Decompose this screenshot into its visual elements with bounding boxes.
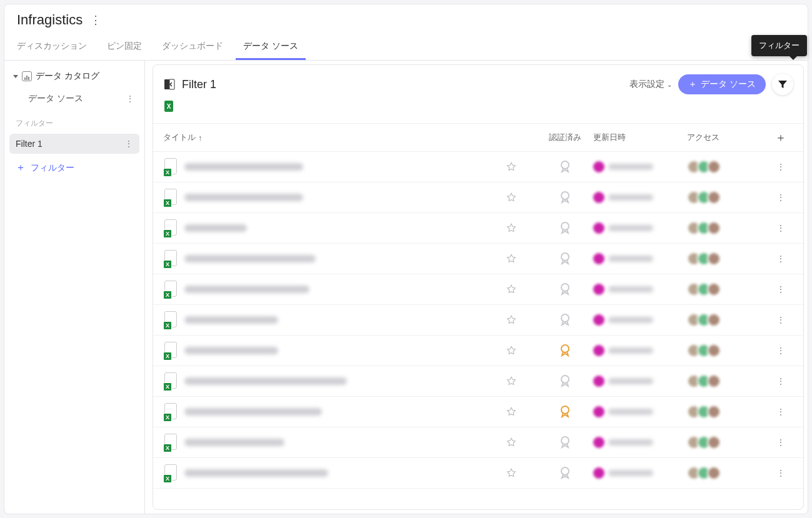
row-more-icon[interactable]: ⋮	[768, 284, 793, 294]
favorite-star-icon[interactable]	[506, 467, 537, 479]
svg-point-9	[561, 314, 569, 322]
sidebar-add-filter-label: フィルター	[31, 162, 74, 174]
favorite-star-icon[interactable]	[506, 314, 537, 326]
excel-file-icon: X	[163, 434, 178, 451]
row-updated-blurred	[593, 253, 687, 264]
table-row[interactable]: X⋮	[153, 182, 803, 213]
svg-point-7	[561, 253, 569, 261]
certified-badge-icon	[537, 466, 593, 480]
body: データ カタログ データ ソース ⋮ フィルター Filter 1⋮ ＋ フィル…	[4, 61, 808, 514]
row-more-icon[interactable]: ⋮	[768, 192, 793, 202]
table-row[interactable]: X⋮	[153, 213, 803, 244]
excel-file-icon: X	[163, 219, 178, 237]
main-header: Filter 1 表示設定 ⌄ ＋ データ ソース	[153, 65, 803, 100]
row-title-blurred	[184, 408, 322, 416]
app-shell: Infragistics ⋮ ディスカッションピン固定ダッシュボードデータ ソー…	[4, 4, 808, 514]
col-header-certified[interactable]: 認証済み	[537, 132, 593, 143]
brand-more-icon[interactable]: ⋮	[90, 13, 101, 27]
row-more-icon[interactable]: ⋮	[768, 223, 793, 233]
row-updated-blurred	[593, 437, 687, 448]
certified-badge-icon	[537, 344, 593, 357]
certified-badge-icon	[537, 191, 593, 204]
plus-icon: ＋	[688, 79, 697, 90]
row-access-avatars	[687, 466, 768, 480]
table-body: X⋮X⋮X⋮X⋮X⋮X⋮X⋮X⋮X⋮X⋮X⋮	[153, 152, 803, 509]
row-more-icon[interactable]: ⋮	[768, 162, 793, 172]
excel-file-icon: X	[163, 189, 178, 206]
row-title-blurred	[184, 316, 278, 324]
row-more-icon[interactable]: ⋮	[768, 437, 793, 447]
row-title-blurred	[184, 163, 303, 171]
row-more-icon[interactable]: ⋮	[768, 315, 793, 325]
table-header: タイトル ↑ 認証済み 更新日時 アクセス ＋	[153, 124, 803, 152]
favorite-star-icon[interactable]	[506, 253, 537, 264]
caret-down-icon	[13, 75, 18, 78]
svg-point-11	[561, 376, 569, 383]
row-access-avatars	[687, 405, 768, 419]
favorite-star-icon[interactable]	[506, 376, 537, 387]
table-row[interactable]: X⋮	[153, 152, 803, 182]
sidebar-catalog-header[interactable]: データ カタログ	[9, 67, 139, 86]
catalog-icon	[22, 71, 32, 81]
row-title-blurred	[184, 194, 303, 201]
favorite-star-icon[interactable]	[506, 345, 537, 356]
display-settings-label: 表示設定	[629, 79, 664, 90]
certified-badge-icon	[537, 436, 593, 449]
display-settings-dropdown[interactable]: 表示設定 ⌄	[629, 79, 672, 90]
favorite-star-icon[interactable]	[506, 406, 537, 417]
sidebar-filter-item-label: Filter 1	[16, 139, 43, 149]
table-row[interactable]: X⋮	[153, 336, 803, 366]
svg-point-5	[561, 192, 569, 199]
excel-file-icon: X	[163, 250, 178, 267]
sort-asc-icon: ↑	[198, 133, 203, 142]
sidebar-add-filter[interactable]: ＋ フィルター	[9, 156, 139, 179]
table-row[interactable]: X⋮	[153, 244, 803, 274]
add-column-button[interactable]: ＋	[768, 130, 793, 145]
certified-badge-icon	[537, 221, 593, 235]
col-header-title[interactable]: タイトル ↑	[163, 132, 506, 143]
favorite-star-icon[interactable]	[506, 437, 537, 448]
favorite-star-icon[interactable]	[506, 192, 537, 203]
more-icon[interactable]: ⋮	[124, 139, 133, 149]
row-updated-blurred	[593, 345, 687, 356]
table-row[interactable]: X⋮	[153, 274, 803, 305]
tab-1[interactable]: ピン固定	[99, 34, 149, 60]
table-row[interactable]: X⋮	[153, 427, 803, 458]
table-row[interactable]: X⋮	[153, 458, 803, 489]
sidebar-filter-section-label: フィルター	[9, 112, 139, 131]
sidebar-item-datasources[interactable]: データ ソース ⋮	[9, 88, 139, 109]
favorite-star-icon[interactable]	[506, 284, 537, 295]
filter-button[interactable]	[772, 74, 793, 95]
funnel-icon	[778, 79, 788, 89]
table-row[interactable]: X⋮	[153, 366, 803, 397]
row-more-icon[interactable]: ⋮	[768, 468, 793, 478]
page-title: Filter 1	[182, 78, 216, 91]
sidebar: データ カタログ データ ソース ⋮ フィルター Filter 1⋮ ＋ フィル…	[4, 61, 145, 514]
tab-0[interactable]: ディスカッション	[9, 34, 94, 60]
favorite-star-icon[interactable]	[506, 222, 537, 234]
tab-3[interactable]: データ ソース	[236, 34, 306, 60]
chevron-down-icon: ⌄	[667, 81, 672, 88]
certified-badge-icon	[537, 405, 593, 419]
excel-file-icon: X	[163, 403, 178, 421]
row-more-icon[interactable]: ⋮	[768, 376, 793, 386]
row-access-avatars	[687, 191, 768, 204]
add-datasource-button[interactable]: ＋ データ ソース	[678, 74, 766, 94]
row-more-icon[interactable]: ⋮	[768, 254, 793, 264]
row-more-icon[interactable]: ⋮	[768, 407, 793, 417]
col-header-access[interactable]: アクセス	[687, 132, 768, 143]
panel-collapse-icon[interactable]	[163, 78, 176, 91]
more-icon[interactable]: ⋮	[126, 94, 134, 104]
favorite-star-icon[interactable]	[506, 161, 537, 172]
svg-point-6	[561, 222, 569, 230]
excel-file-icon: X	[163, 281, 178, 298]
table-row[interactable]: X⋮	[153, 305, 803, 336]
row-more-icon[interactable]: ⋮	[768, 346, 793, 356]
table-row[interactable]: X⋮	[153, 397, 803, 427]
sidebar-filter-item[interactable]: Filter 1⋮	[9, 134, 139, 154]
row-access-avatars	[687, 374, 768, 388]
tab-2[interactable]: ダッシュボード	[154, 34, 231, 60]
row-access-avatars	[687, 344, 768, 357]
col-header-updated[interactable]: 更新日時	[593, 132, 687, 143]
excel-filter-chip[interactable]: X	[163, 100, 176, 114]
